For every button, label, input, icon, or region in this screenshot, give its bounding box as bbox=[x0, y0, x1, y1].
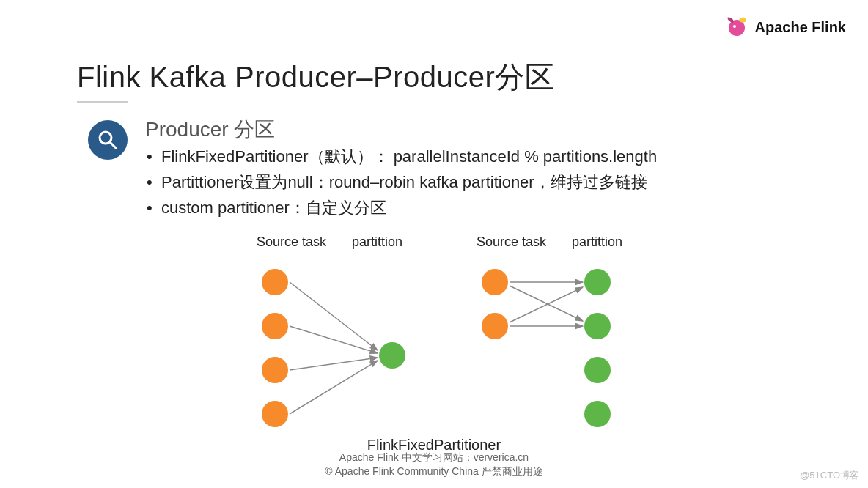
left-source-label: Source task bbox=[257, 234, 326, 250]
left-partition-label: partittion bbox=[352, 234, 402, 250]
bullet-item: Partittioner设置为null：round–robin kafka pa… bbox=[145, 169, 657, 195]
page-title: Flink Kafka Producer–Producer分区 bbox=[77, 57, 554, 97]
watermark: @51CTO博客 bbox=[800, 469, 859, 482]
left-panel-svg bbox=[235, 256, 440, 454]
partition-diagram: Source task partittion Source task parti… bbox=[235, 234, 660, 451]
footer-line1: Apache Flink 中文学习网站：ververica.cn bbox=[0, 451, 868, 465]
magnifier-icon bbox=[88, 120, 128, 160]
apache-flink-logo: Apache Flink bbox=[724, 13, 846, 41]
section-heading: Producer 分区 bbox=[145, 116, 275, 144]
bullet-item: custom partitioner：自定义分区 bbox=[145, 195, 657, 221]
vertical-divider bbox=[449, 261, 449, 444]
svg-point-22 bbox=[584, 401, 611, 427]
svg-point-17 bbox=[482, 269, 508, 295]
svg-line-3 bbox=[110, 142, 116, 148]
right-source-label: Source task bbox=[477, 234, 546, 250]
squirrel-icon bbox=[724, 13, 749, 41]
svg-point-20 bbox=[584, 313, 611, 339]
svg-point-21 bbox=[584, 357, 611, 383]
svg-line-15 bbox=[510, 287, 583, 322]
bullet-list: FlinkFixedPartitioner（默认）： parallelInsta… bbox=[145, 144, 657, 221]
svg-point-8 bbox=[262, 269, 288, 295]
svg-point-1 bbox=[733, 25, 736, 28]
svg-point-19 bbox=[584, 269, 611, 295]
logo-text: Apache Flink bbox=[755, 19, 846, 36]
svg-point-9 bbox=[262, 313, 288, 339]
svg-point-18 bbox=[482, 313, 508, 339]
svg-point-10 bbox=[262, 357, 288, 383]
right-panel-svg bbox=[455, 256, 660, 454]
svg-point-12 bbox=[379, 342, 405, 369]
svg-line-14 bbox=[510, 286, 583, 321]
bullet-item: FlinkFixedPartitioner（默认）： parallelInsta… bbox=[145, 144, 657, 169]
footer: Apache Flink 中文学习网站：ververica.cn © Apach… bbox=[0, 451, 868, 479]
svg-point-11 bbox=[262, 401, 288, 427]
title-underline bbox=[77, 101, 128, 103]
right-partition-label: partittion bbox=[572, 234, 622, 250]
footer-line2: © Apache Flink Community China 严禁商业用途 bbox=[0, 465, 868, 479]
